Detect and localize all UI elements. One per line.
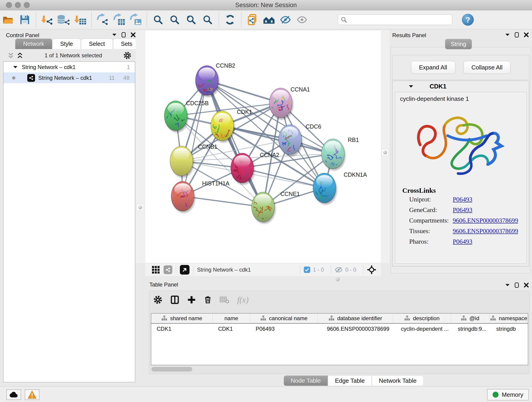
- network-canvas[interactable]: CCNB2CCNA1CDC25BCDK1CDC6RB1CCNB1CCNA2CDK…: [145, 31, 381, 263]
- tree-column-icon: [461, 315, 467, 321]
- collapse-triangle-icon[interactable]: [409, 85, 413, 88]
- table-row[interactable]: CDK1 CDK1 P06493 9606.ENSP00000378699 cy…: [151, 324, 528, 334]
- column-header[interactable]: canonical name: [250, 313, 318, 323]
- collapse-all-button[interactable]: Collapse All: [463, 61, 511, 74]
- node-table[interactable]: shared name name canonical name database…: [151, 313, 528, 365]
- left-splitter[interactable]: [136, 31, 145, 263]
- selected-checkbox[interactable]: [304, 267, 310, 273]
- node-CCNB2[interactable]: [196, 65, 220, 97]
- warnings-button[interactable]: [25, 389, 39, 400]
- save-session-button[interactable]: [17, 12, 33, 28]
- column-header[interactable]: database identifier: [318, 313, 393, 323]
- apply-layout-button[interactable]: [222, 12, 238, 28]
- column-header[interactable]: @id: [451, 313, 489, 323]
- float-panel-icon[interactable]: [121, 32, 126, 38]
- crosslink-tissues[interactable]: 9606.ENSP00000378699: [453, 227, 518, 235]
- hide-selected-button[interactable]: [277, 12, 294, 28]
- gear-icon[interactable]: [123, 51, 132, 60]
- birdseye-crosshair-icon[interactable]: [367, 265, 376, 274]
- control-panel-controls: [112, 32, 136, 38]
- collapse-triangle-icon[interactable]: [13, 65, 18, 69]
- close-window-icon[interactable]: [6, 2, 12, 8]
- panel-menu-icon[interactable]: [112, 33, 117, 37]
- show-all-button[interactable]: [294, 12, 310, 28]
- delete-column-icon[interactable]: [204, 295, 212, 304]
- close-panel-icon[interactable]: [131, 32, 136, 37]
- close-panel-icon[interactable]: [524, 283, 529, 288]
- zoom-in-button[interactable]: +: [150, 12, 166, 28]
- tab-network-table[interactable]: Network Table: [372, 375, 424, 386]
- panel-menu-icon[interactable]: [505, 283, 510, 287]
- import-network-from-database-button[interactable]: [56, 12, 72, 28]
- export-table-button[interactable]: [111, 12, 127, 28]
- node-CCNB1[interactable]: [170, 146, 194, 178]
- zoom-selected-button[interactable]: [199, 12, 216, 28]
- zoom-window-icon[interactable]: [24, 2, 30, 8]
- cdk1-section-header[interactable]: CDK1: [393, 81, 529, 92]
- collapse-all-icon[interactable]: [17, 52, 23, 59]
- node-CDKN1A[interactable]: [312, 173, 337, 205]
- minimize-window-icon[interactable]: [15, 2, 21, 8]
- node-CCNE1[interactable]: [252, 192, 276, 224]
- column-header[interactable]: description: [393, 313, 451, 323]
- import-network-button[interactable]: [39, 12, 56, 28]
- node-CDK1[interactable]: [211, 111, 235, 143]
- right-splitter-handle[interactable]: [382, 149, 389, 156]
- grid-view-icon[interactable]: [152, 266, 160, 274]
- bottom-splitter-handle[interactable]: [336, 277, 340, 281]
- network-collection-row[interactable]: String Network – cdk1 1: [3, 62, 135, 72]
- open-session-button[interactable]: [0, 12, 17, 28]
- export-image-button[interactable]: [127, 12, 144, 28]
- tab-style[interactable]: Style: [52, 38, 81, 49]
- crosslink-pharos[interactable]: P06493: [453, 238, 472, 245]
- eye-slash-icon: [280, 15, 291, 25]
- window-controls[interactable]: [6, 2, 30, 8]
- left-splitter-handle[interactable]: [137, 204, 144, 211]
- tab-edge-table[interactable]: Edge Table: [328, 375, 372, 386]
- add-column-icon[interactable]: [187, 295, 196, 304]
- crosslink-uniprot[interactable]: P06493: [453, 196, 472, 203]
- right-splitter[interactable]: [381, 31, 389, 263]
- horizontal-scrollbar-thumb[interactable]: [152, 367, 192, 371]
- cloud-status-button[interactable]: [6, 389, 21, 400]
- first-neighbors-button[interactable]: [261, 12, 277, 28]
- share-view-icon[interactable]: [164, 265, 172, 274]
- panel-menu-icon[interactable]: [505, 33, 510, 37]
- expand-all-icon[interactable]: [7, 52, 14, 59]
- columns-icon[interactable]: [170, 295, 179, 304]
- help-button[interactable]: ?: [462, 14, 474, 26]
- tab-string[interactable]: String: [445, 39, 472, 49]
- float-panel-icon[interactable]: [515, 282, 519, 288]
- column-header[interactable]: shared name: [151, 313, 213, 323]
- node-CDC6[interactable]: [279, 125, 303, 157]
- tab-network[interactable]: Network: [15, 38, 52, 49]
- tab-select[interactable]: Select: [81, 38, 113, 49]
- node-CDC25B[interactable]: [158, 101, 188, 133]
- zoom-fit-button[interactable]: [183, 12, 199, 28]
- crosslink-compartments[interactable]: 9606.ENSP00000378699: [453, 217, 518, 224]
- toolbar-search[interactable]: [338, 14, 452, 25]
- node-HIST1H1A[interactable]: [170, 181, 195, 213]
- zoom-out-button[interactable]: −: [166, 12, 183, 28]
- import-table-button[interactable]: [72, 12, 89, 28]
- detach-view-icon[interactable]: [180, 265, 190, 274]
- float-panel-icon[interactable]: [515, 32, 519, 38]
- gear-icon[interactable]: [153, 295, 162, 304]
- column-header[interactable]: name: [213, 313, 250, 323]
- export-network-button[interactable]: [94, 12, 111, 28]
- node-RB1[interactable]: [322, 139, 346, 173]
- column-header[interactable]: namespace: [489, 313, 528, 323]
- hidden-eye-slash-icon[interactable]: [335, 266, 342, 273]
- delete-table-icon[interactable]: [220, 296, 229, 304]
- expand-all-button[interactable]: Expand All: [411, 61, 455, 74]
- tab-node-table[interactable]: Node Table: [284, 375, 328, 386]
- function-builder-icon[interactable]: f(x): [237, 295, 249, 305]
- network-row[interactable]: String Network – cdk1 11 48: [3, 72, 135, 83]
- close-panel-icon[interactable]: [524, 32, 529, 37]
- clone-network-button[interactable]: [244, 12, 261, 28]
- search-input[interactable]: [347, 17, 446, 23]
- node-CCNA1[interactable]: [266, 88, 295, 120]
- memory-button[interactable]: Memory: [487, 389, 529, 400]
- edge-CCNB2-HIST1H1A[interactable]: [183, 80, 207, 196]
- crosslink-genecard[interactable]: P06493: [453, 206, 472, 214]
